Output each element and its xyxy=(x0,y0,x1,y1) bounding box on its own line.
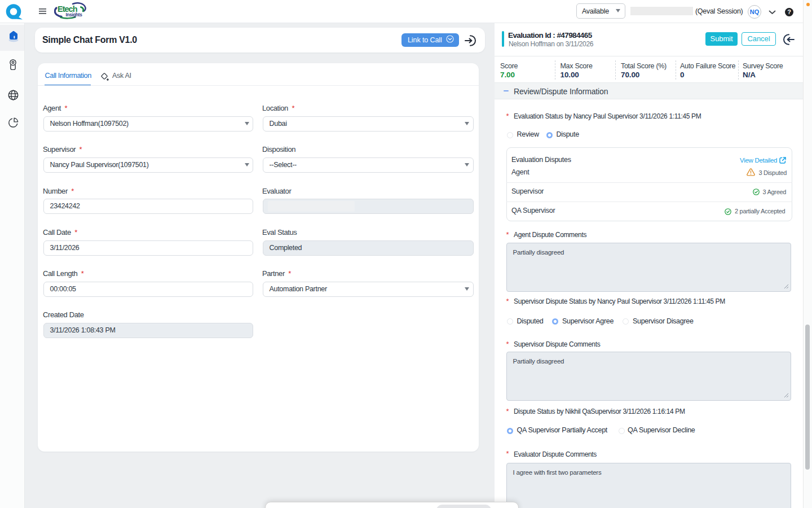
svg-text:Insights: Insights xyxy=(66,12,83,17)
